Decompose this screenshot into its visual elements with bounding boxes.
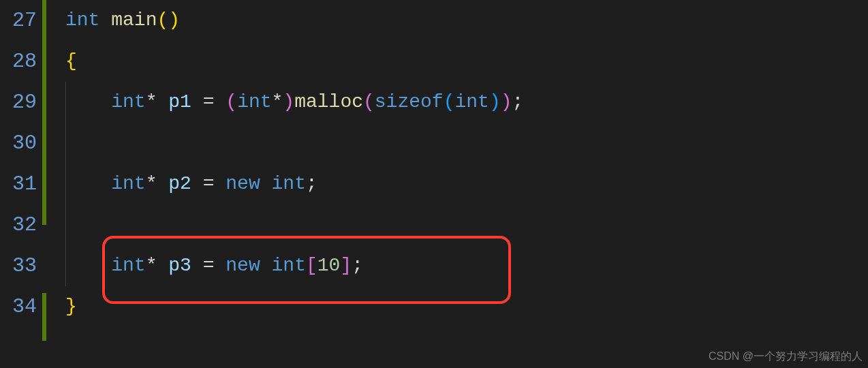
keyword-int: int — [65, 10, 99, 31]
keyword-int: int — [272, 173, 306, 194]
bracket-open: [ — [306, 255, 317, 276]
line-gutter: 27 28 29 30 31 32 33 34 — [0, 0, 42, 368]
indent-guide — [65, 123, 66, 164]
keyword-sizeof: sizeof — [375, 91, 444, 112]
indent-guide — [65, 164, 66, 204]
line-number: 28 — [0, 41, 37, 82]
variable-p3: p3 — [168, 255, 191, 276]
keyword-int: int — [111, 91, 145, 112]
equals: = — [203, 173, 215, 194]
line-number: 33 — [0, 245, 37, 286]
line-number: 30 — [0, 123, 37, 164]
code-line-31[interactable]: int* p2 = new int; — [65, 164, 868, 204]
brace-open: { — [65, 50, 77, 72]
paren-close: ) — [501, 91, 512, 112]
line-number: 27 — [0, 0, 37, 41]
variable-p2: p2 — [168, 173, 191, 194]
paren-close: ) — [283, 91, 294, 112]
star: * — [146, 91, 157, 112]
code-editor[interactable]: 27 28 29 30 31 32 33 34 int main() { int… — [0, 0, 868, 368]
semicolon: ; — [306, 173, 317, 194]
paren-close: ) — [168, 10, 180, 31]
number-literal: 10 — [317, 255, 341, 276]
equals: = — [203, 91, 215, 112]
keyword-int: int — [111, 173, 145, 194]
line-number: 32 — [0, 204, 37, 245]
code-line-32[interactable] — [65, 204, 868, 245]
paren-open: ( — [444, 91, 455, 112]
indent-guide — [65, 245, 66, 286]
line-number: 34 — [0, 286, 37, 327]
code-line-27[interactable]: int main() — [65, 0, 868, 41]
keyword-int: int — [237, 91, 271, 112]
star: * — [272, 91, 283, 112]
code-line-28[interactable]: { — [65, 41, 868, 82]
variable-p1: p1 — [168, 91, 191, 112]
function-malloc: malloc — [294, 91, 363, 112]
keyword-new: new — [226, 255, 260, 276]
semicolon: ; — [352, 255, 363, 276]
line-number: 29 — [0, 82, 37, 123]
semicolon: ; — [512, 91, 524, 112]
code-line-34[interactable]: } — [65, 286, 868, 327]
keyword-int: int — [111, 255, 145, 276]
code-line-33[interactable]: int* p3 = new int[10]; — [65, 245, 868, 286]
function-main: main — [111, 10, 157, 31]
code-line-30[interactable] — [65, 123, 868, 164]
paren-open: ( — [226, 91, 237, 112]
keyword-int: int — [272, 255, 306, 276]
equals: = — [203, 255, 215, 276]
indent-guide — [65, 82, 66, 123]
star: * — [146, 255, 157, 276]
bracket-close: ] — [340, 255, 352, 276]
keyword-int: int — [454, 91, 489, 112]
code-line-29[interactable]: int* p1 = (int*)malloc(sizeof(int)); — [65, 82, 868, 123]
paren-open: ( — [157, 10, 168, 31]
watermark-text: CSDN @一个努力学习编程的人 — [709, 350, 863, 364]
code-area[interactable]: int main() { int* p1 = (int*)malloc(size… — [46, 0, 868, 368]
brace-close: } — [65, 296, 77, 317]
indent-guide — [65, 204, 66, 245]
keyword-new: new — [226, 173, 260, 194]
star: * — [146, 173, 157, 194]
paren-close: ) — [489, 91, 501, 112]
line-number: 31 — [0, 164, 37, 204]
paren-open: ( — [363, 91, 375, 112]
